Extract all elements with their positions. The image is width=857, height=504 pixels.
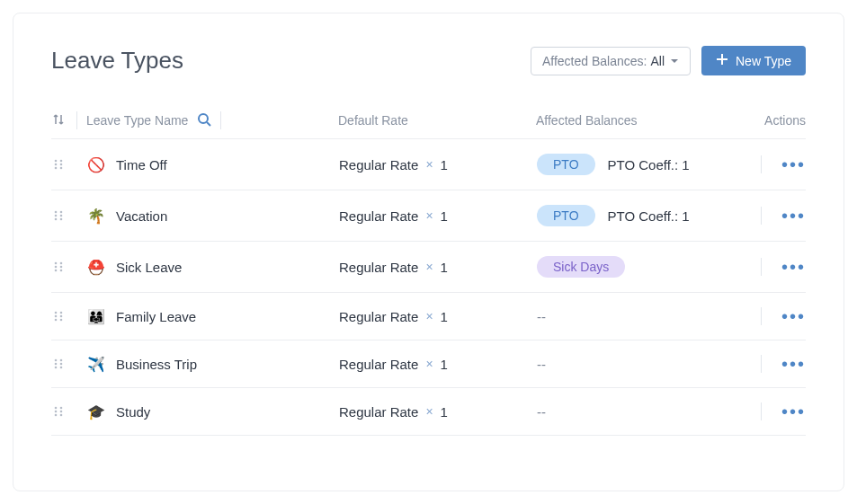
sort-icon xyxy=(51,112,66,129)
actions-cell: ••• xyxy=(752,307,806,325)
drag-handle-icon[interactable] xyxy=(51,309,66,323)
rate-header-label: Default Rate xyxy=(338,113,408,128)
svg-point-37 xyxy=(60,411,63,413)
drag-handle-icon[interactable] xyxy=(51,404,66,419)
balance-empty: -- xyxy=(537,309,546,324)
svg-point-32 xyxy=(55,367,58,369)
drag-handle-icon[interactable] xyxy=(51,208,66,223)
svg-point-29 xyxy=(60,359,63,362)
rate-cell: Regular Rate×1 xyxy=(339,157,537,172)
svg-point-31 xyxy=(60,363,63,366)
more-actions-button[interactable]: ••• xyxy=(781,155,806,173)
divider xyxy=(761,155,762,173)
sort-column[interactable] xyxy=(51,112,76,129)
svg-point-5 xyxy=(60,160,63,163)
name-column-header: Leave Type Name xyxy=(86,111,338,129)
svg-point-36 xyxy=(55,411,58,413)
svg-point-6 xyxy=(55,164,58,166)
affected-balances-filter[interactable]: Affected Balances: All xyxy=(531,47,691,75)
header-controls: Affected Balances: All New Type xyxy=(531,46,806,75)
svg-point-19 xyxy=(60,266,63,269)
multiply-icon: × xyxy=(425,157,433,172)
svg-point-15 xyxy=(60,218,63,221)
table-header: Leave Type Name Default Rate Affected Ba… xyxy=(51,102,806,139)
drag-handle-cell xyxy=(51,357,76,371)
drag-handle-icon[interactable] xyxy=(51,260,66,274)
rate-label: Regular Rate xyxy=(339,208,418,224)
svg-point-26 xyxy=(55,319,58,322)
leave-types-card: Leave Types Affected Balances: All New T… xyxy=(13,13,844,491)
balance-pill: PTO xyxy=(537,154,595,175)
more-actions-button[interactable]: ••• xyxy=(781,307,806,325)
table-row: 👨‍👩‍👧Family LeaveRegular Rate×1--••• xyxy=(51,293,806,340)
leave-type-icon: 🎓 xyxy=(87,403,107,420)
svg-point-12 xyxy=(55,215,58,217)
svg-point-23 xyxy=(60,312,63,314)
svg-point-9 xyxy=(60,167,63,170)
rate-label: Regular Rate xyxy=(339,357,418,372)
search-icon[interactable] xyxy=(197,112,211,129)
svg-point-21 xyxy=(60,270,63,272)
name-cell: 🌴Vacation xyxy=(87,208,339,225)
new-type-button[interactable]: New Type xyxy=(701,46,806,75)
svg-point-28 xyxy=(55,359,58,362)
divider xyxy=(761,307,762,325)
rate-cell: Regular Rate×1 xyxy=(339,208,537,224)
balances-column-header: Affected Balances xyxy=(536,113,752,128)
balance-empty: -- xyxy=(537,357,546,372)
balance-pill: PTO xyxy=(537,205,595,226)
leave-type-icon: 🚫 xyxy=(87,156,107,173)
leave-type-name: Family Leave xyxy=(116,309,196,324)
balances-cell: -- xyxy=(537,357,752,372)
rate-cell: Regular Rate×1 xyxy=(339,260,537,275)
rate-multiplier: 1 xyxy=(441,357,448,372)
leave-type-icon: ⛑️ xyxy=(87,259,107,276)
more-actions-button[interactable]: ••• xyxy=(781,258,806,276)
actions-cell: ••• xyxy=(752,258,806,276)
ellipsis-icon: ••• xyxy=(781,307,806,325)
svg-point-25 xyxy=(60,315,63,318)
ellipsis-icon: ••• xyxy=(781,207,806,225)
rate-cell: Regular Rate×1 xyxy=(339,309,537,324)
drag-handle-icon[interactable] xyxy=(51,157,66,172)
ellipsis-icon: ••• xyxy=(781,155,806,173)
filter-value: All xyxy=(650,54,665,68)
balances-cell: PTOPTO Coeff.: 1 xyxy=(537,205,752,226)
ellipsis-icon: ••• xyxy=(781,402,806,420)
rate-multiplier: 1 xyxy=(441,309,448,324)
svg-point-38 xyxy=(55,414,58,417)
svg-point-18 xyxy=(55,266,58,269)
actions-cell: ••• xyxy=(752,207,806,225)
rate-column-header: Default Rate xyxy=(338,113,536,128)
balances-header-label: Affected Balances xyxy=(536,113,638,128)
divider xyxy=(761,258,762,276)
drag-handle-icon[interactable] xyxy=(51,357,66,371)
actions-column-header: Actions xyxy=(752,113,806,128)
leave-type-icon: ✈️ xyxy=(87,356,107,373)
svg-point-34 xyxy=(55,407,58,410)
filter-label: Affected Balances: xyxy=(542,54,647,68)
table-row: 🚫Time OffRegular Rate×1PTOPTO Coeff.: 1•… xyxy=(51,139,806,190)
actions-cell: ••• xyxy=(752,155,806,173)
svg-point-20 xyxy=(55,270,58,272)
ellipsis-icon: ••• xyxy=(781,258,806,276)
rate-multiplier: 1 xyxy=(441,157,448,172)
rate-multiplier: 1 xyxy=(441,260,448,275)
multiply-icon: × xyxy=(425,208,433,223)
leave-type-name: Business Trip xyxy=(116,357,197,372)
divider xyxy=(76,111,77,129)
more-actions-button[interactable]: ••• xyxy=(781,355,806,373)
more-actions-button[interactable]: ••• xyxy=(781,207,806,225)
svg-point-2 xyxy=(199,114,208,123)
leave-type-name: Vacation xyxy=(116,208,167,224)
new-type-label: New Type xyxy=(736,54,791,68)
svg-line-3 xyxy=(207,122,210,126)
more-actions-button[interactable]: ••• xyxy=(781,402,806,420)
balances-cell: PTOPTO Coeff.: 1 xyxy=(537,154,752,175)
page-title: Leave Types xyxy=(51,47,183,75)
multiply-icon: × xyxy=(425,309,433,323)
multiply-icon: × xyxy=(425,357,433,371)
multiply-icon: × xyxy=(425,404,433,419)
name-cell: ✈️Business Trip xyxy=(87,356,339,373)
svg-point-30 xyxy=(55,363,58,366)
